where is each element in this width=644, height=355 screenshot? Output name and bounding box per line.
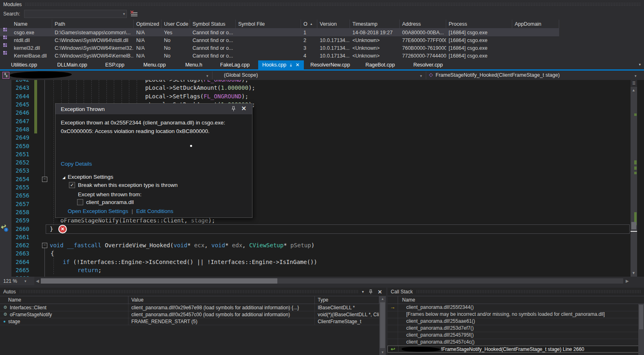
- tab-menu-cpp[interactable]: Menu.cpp: [133, 60, 176, 69]
- checkbox-unchecked-icon[interactable]: [77, 199, 83, 205]
- break-checkbox-row[interactable]: ✓ Break when this exception type is thro…: [69, 182, 178, 188]
- autos-column-type[interactable]: Type: [315, 296, 379, 304]
- column-header-version[interactable]: Version: [317, 20, 350, 28]
- edit-conditions-link[interactable]: Edit Conditions: [136, 208, 173, 214]
- tab-list-dropdown-icon[interactable]: ▾: [639, 62, 641, 67]
- column-header-symbol-status[interactable]: Symbol Status: [190, 20, 236, 28]
- indent-guide: [129, 80, 129, 103]
- autos-vertical-scrollbar[interactable]: ▲ ▼: [379, 296, 386, 355]
- checkbox-checked-icon[interactable]: ✓: [69, 182, 75, 188]
- collapse-region-toggle[interactable]: −: [42, 243, 47, 248]
- column-header-symbol-file[interactable]: Symbol File: [236, 20, 301, 28]
- module-cell-order: 2: [301, 36, 317, 44]
- scope-dropdown[interactable]: (Global Scope): [224, 72, 258, 78]
- exception-message-line2: 0xC0000005: Access violation reading loc…: [61, 127, 244, 135]
- scroll-down-icon[interactable]: ▼: [632, 271, 635, 275]
- module-cell-optimized: N/A: [134, 44, 162, 52]
- editor-vertical-scrollbar[interactable]: ☰ ▲ ▼: [631, 80, 637, 277]
- copy-details-link[interactable]: Copy Details: [61, 161, 92, 167]
- tab-esp-cpp[interactable]: ESP.cpp: [96, 60, 133, 69]
- tab-resolver-cpp[interactable]: Resolver.cpp: [404, 60, 453, 69]
- chevron-down-icon[interactable]: ▾: [635, 74, 637, 78]
- tab-ragebot-cpp[interactable]: RageBot.cpp: [357, 60, 404, 69]
- stack-frame-row[interactable]: →client_panorama.dll!255f2344(): [387, 304, 644, 311]
- search-input[interactable]: ▾: [24, 10, 127, 18]
- scroll-up-icon[interactable]: ▲: [381, 297, 384, 301]
- module-cell-process: [16864] csgo.exe: [446, 29, 512, 36]
- autos-row-stage[interactable]: ●stageFRAME_RENDER_START (5)ClientFrameS…: [0, 318, 379, 325]
- tab-utilities-cpp[interactable]: Utilities.cpp: [0, 60, 48, 69]
- column-header-appdomain[interactable]: AppDomain: [512, 20, 559, 28]
- tab-hooks-cpp[interactable]: Hooks.cpp⇥✕: [258, 60, 304, 69]
- pin-icon[interactable]: ⇥: [289, 63, 293, 67]
- column-header-o[interactable]: O▲: [301, 20, 317, 28]
- indent-guide: [76, 80, 77, 103]
- tab-menu-h[interactable]: Menu.h: [176, 60, 212, 69]
- zoom-level-dropdown[interactable]: 121 % ▾: [0, 277, 34, 285]
- column-header-address[interactable]: Address: [400, 20, 446, 28]
- stack-frame-row[interactable]: client_panorama.dll!2545795f(): [387, 332, 644, 339]
- stack-frame-gutter: ↩: [388, 346, 398, 353]
- column-header-optimized[interactable]: Optimized: [134, 20, 162, 28]
- collapse-region-toggle[interactable]: −: [42, 177, 47, 182]
- local-variable-icon: ●: [3, 319, 6, 324]
- stack-frame-row[interactable]: client_panorama.dll!255aae61(): [387, 318, 644, 325]
- chevron-down-icon[interactable]: ▾: [420, 74, 422, 78]
- module-checkbox-row[interactable]: client_panorama.dll: [77, 199, 134, 205]
- autos-column-name[interactable]: Name: [0, 296, 128, 304]
- close-tab-icon[interactable]: ✕: [295, 62, 299, 68]
- module-row-kernel32.dll[interactable]: kernel32.dllC:\Windows\SysWOW64\kernel32…: [0, 44, 559, 52]
- stack-frame-row[interactable]: client_panorama.dll!253d7ef7(): [387, 325, 644, 332]
- module-cell-timestamp: <Unknown>: [350, 44, 400, 52]
- line-number-2661: 2661: [11, 233, 29, 241]
- chevron-down-icon[interactable]: ▾: [123, 12, 125, 16]
- exception-settings-expander[interactable]: ◢Exception Settings: [62, 174, 113, 180]
- call-stack-column-name[interactable]: Name: [398, 296, 644, 304]
- autos-column-value[interactable]: Value: [128, 296, 315, 304]
- column-header-name[interactable]: Name: [11, 20, 52, 28]
- breakpoint-gutter[interactable]: [0, 80, 11, 277]
- exception-error-icon[interactable]: ✕: [58, 225, 67, 233]
- scroll-left-icon[interactable]: ◀: [36, 279, 39, 283]
- tab-dllmain-cpp[interactable]: DLLMain.cpp: [48, 60, 96, 69]
- module-row-ntdll.dll[interactable]: ntdll.dllC:\Windows\SysWOW64\ntdll.dllN/…: [0, 36, 559, 44]
- window-menu-icon[interactable]: ▾: [362, 290, 364, 294]
- scroll-thumb[interactable]: [639, 305, 643, 329]
- open-exception-settings-link[interactable]: Open Exception Settings: [68, 208, 128, 214]
- column-header-user-code[interactable]: User Code: [162, 20, 190, 28]
- stack-frame-row[interactable]: client_panorama.dll!25457c4c(): [387, 339, 644, 346]
- close-icon[interactable]: ✕: [378, 289, 382, 295]
- autos-row-Interfaces::Client[interactable]: ⚙Interfaces::Clientclient_panorama.dll!0…: [0, 304, 379, 311]
- column-header-timestamp[interactable]: Timestamp: [350, 20, 400, 28]
- tab-label: ResolverNew.cpp: [310, 62, 350, 68]
- stack-frame-row[interactable]: ↩!FrameStageNotify_Hooked(ClientFrameSta…: [387, 346, 644, 353]
- call-stack-scrollbar[interactable]: [638, 304, 644, 355]
- splitter-grip[interactable]: ☰: [631, 80, 637, 87]
- line-number-2665: 2665: [11, 266, 29, 274]
- code-token: oFrameStageNotify(Interfaces::Client,: [60, 217, 191, 224]
- module-row-KernelBase.dll[interactable]: KernelBase.dllC:\Windows\SysWOW64\Kernel…: [0, 52, 559, 60]
- tab-fakelag-cpp[interactable]: FakeLag.cpp: [212, 60, 258, 69]
- scroll-thumb[interactable]: [631, 222, 636, 229]
- scroll-up-icon[interactable]: ▲: [632, 88, 635, 92]
- scroll-right-icon[interactable]: ▶: [626, 279, 629, 283]
- scroll-thumb[interactable]: [380, 302, 385, 348]
- column-header-process[interactable]: Process: [446, 20, 512, 28]
- pin-icon[interactable]: [231, 106, 236, 111]
- module-row-csgo.exe[interactable]: csgo.exeD:\Games\steamapps\common\...N/A…: [0, 29, 559, 36]
- code-token: 1.000000: [221, 84, 248, 91]
- autos-row-oFrameStageNotify[interactable]: ⚙oFrameStageNotifyclient_panorama.dll!0x…: [0, 311, 379, 318]
- clear-filter-button[interactable]: ✕: [130, 11, 137, 17]
- tab-resolvernew-cpp[interactable]: ResolverNew.cpp: [304, 60, 357, 69]
- horizontal-scrollbar[interactable]: [41, 278, 623, 284]
- member-dropdown[interactable]: FrameStageNotify_Hooked(ClientFrameStage…: [436, 72, 560, 78]
- close-icon[interactable]: ✕: [241, 105, 246, 112]
- pin-icon[interactable]: [369, 289, 373, 294]
- stack-frame-row[interactable]: [Frames below may be incorrect and/or mi…: [387, 311, 644, 318]
- chevron-down-icon[interactable]: ▾: [206, 74, 208, 78]
- column-header-path[interactable]: Path: [52, 20, 134, 28]
- code-token: __fastcall: [67, 242, 101, 248]
- scroll-thumb[interactable]: [41, 278, 277, 284]
- code-token: OverrideView_Hooked(: [101, 242, 173, 248]
- scroll-down-icon[interactable]: ▼: [381, 351, 384, 354]
